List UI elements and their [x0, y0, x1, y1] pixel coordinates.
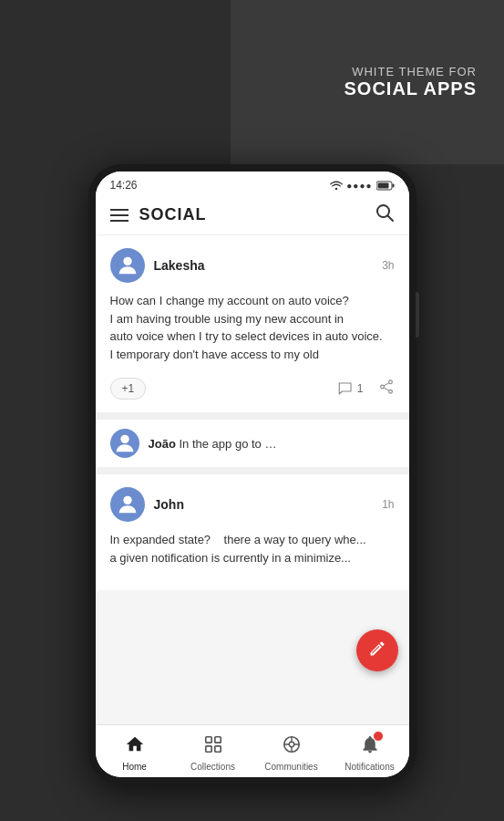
nav-item-communities[interactable]: Communities — [252, 733, 331, 774]
svg-rect-15 — [214, 737, 220, 743]
theme-title: SOCIAL APPS — [345, 78, 477, 99]
post-username: Lakesha — [154, 258, 205, 273]
theme-header: WHITE THEME FOR SOCIAL APPS — [231, 0, 504, 164]
post-card: Lakesha 3h How can I change my account o… — [96, 235, 409, 420]
svg-line-10 — [384, 383, 388, 386]
post-2-header: John 1h — [110, 487, 395, 522]
svg-rect-17 — [214, 746, 220, 752]
status-bar: 14:26 ●●●● — [96, 171, 409, 195]
app-bar-left: SOCIAL — [110, 205, 207, 224]
theme-subtitle: WHITE THEME FOR — [352, 65, 477, 78]
post-card-2: John 1h In expanded state? there a way t… — [96, 474, 409, 590]
svg-point-8 — [380, 385, 384, 389]
reply-text: João In the app go to … — [149, 437, 277, 451]
svg-rect-2 — [392, 183, 394, 187]
phone-screen: 14:26 ●●●● — [96, 171, 409, 777]
svg-rect-3 — [377, 182, 388, 188]
nav-item-collections[interactable]: Collections — [174, 733, 252, 774]
nav-item-notifications[interactable]: Notifications — [331, 733, 409, 774]
nav-label-home: Home — [122, 762, 147, 772]
post-2-text: In expanded state? there a way to query … — [110, 531, 395, 566]
app-bar: SOCIAL — [96, 195, 409, 235]
notification-badge — [373, 731, 384, 742]
post-2-user: John — [110, 487, 184, 522]
post-time: 3h — [382, 259, 394, 272]
reply-avatar — [110, 429, 139, 458]
communities-icon — [282, 734, 302, 760]
comment-count: 1 — [357, 382, 364, 395]
post-user: Lakesha — [110, 248, 205, 283]
svg-rect-14 — [205, 737, 211, 743]
phone-frame: 14:26 ●●●● — [88, 164, 417, 785]
signal-dots: ●●●● — [346, 181, 372, 191]
post-header: Lakesha 3h — [110, 248, 395, 283]
plus-one-button[interactable]: +1 — [110, 378, 147, 400]
nav-label-collections: Collections — [190, 762, 235, 772]
svg-point-12 — [120, 435, 129, 443]
post-text: How can I change my account on auto voic… — [110, 292, 395, 363]
status-icons: ●●●● — [330, 181, 394, 191]
post-2-avatar — [110, 487, 145, 522]
post-2-time: 1h — [382, 498, 394, 511]
collections-icon — [203, 734, 223, 760]
svg-point-13 — [123, 496, 131, 504]
svg-point-0 — [335, 188, 337, 190]
reply-username: João — [149, 437, 176, 451]
app-title: SOCIAL — [139, 205, 207, 224]
battery-icon — [376, 181, 395, 191]
wifi-icon — [330, 181, 343, 190]
post-2-username: John — [154, 497, 184, 512]
nav-label-notifications: Notifications — [345, 762, 394, 772]
bottom-nav: Home Collections — [96, 724, 409, 777]
side-button — [416, 292, 419, 338]
svg-point-19 — [289, 742, 294, 747]
svg-rect-16 — [205, 746, 211, 752]
reply-row: João In the app go to … — [96, 420, 409, 474]
post-actions: +1 1 — [110, 374, 395, 400]
share-icon — [378, 379, 395, 395]
notifications-icon — [360, 734, 380, 760]
status-time: 14:26 — [110, 179, 138, 192]
home-icon — [125, 734, 145, 760]
search-button[interactable] — [375, 203, 395, 227]
svg-line-5 — [387, 216, 393, 222]
svg-point-6 — [123, 257, 131, 265]
menu-button[interactable] — [110, 209, 129, 222]
avatar — [110, 248, 145, 283]
svg-point-9 — [388, 390, 392, 393]
svg-line-11 — [384, 388, 388, 390]
comment-button[interactable]: 1 — [337, 380, 364, 397]
nav-label-communities: Communities — [264, 762, 317, 772]
compose-icon — [368, 639, 386, 662]
share-button[interactable] — [378, 379, 395, 399]
svg-point-7 — [388, 380, 392, 384]
comment-icon — [337, 380, 354, 397]
fab-compose-button[interactable] — [356, 629, 398, 671]
nav-item-home[interactable]: Home — [96, 733, 174, 774]
